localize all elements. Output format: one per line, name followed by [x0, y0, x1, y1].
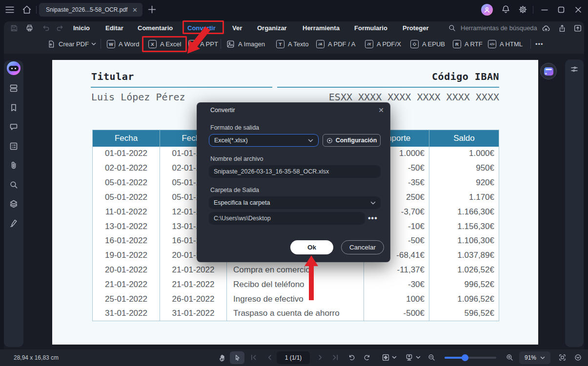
hand-tool-icon[interactable]: [218, 353, 227, 362]
table-cell: 596,52€: [429, 307, 499, 321]
table-cell: 19-01-2022: [93, 248, 160, 263]
table-cell: 11-01-2022: [93, 205, 160, 219]
rule-line: [91, 87, 272, 88]
table-cell: 26-01-2022: [160, 292, 227, 307]
undo-icon[interactable]: [42, 24, 50, 32]
convert-epub-button[interactable]: ◇A EPUB: [410, 34, 445, 54]
convert-rtf-button[interactable]: RA RTF: [453, 34, 483, 54]
format-label: Formato de salida: [210, 124, 259, 131]
new-tab-button[interactable]: [147, 5, 157, 14]
bookmark-icon[interactable]: [9, 103, 19, 113]
hamburger-menu-icon[interactable]: [5, 5, 15, 14]
zoom-out-icon[interactable]: [427, 353, 436, 362]
more-tools-button[interactable]: •••: [535, 34, 544, 54]
titular-value: Luis López Pérez: [91, 91, 185, 103]
convert-word-button[interactable]: WA Word: [107, 34, 139, 54]
signature-icon[interactable]: [9, 218, 19, 228]
share-icon[interactable]: [558, 24, 567, 33]
fit-page-icon[interactable]: [382, 353, 390, 362]
reading-mode-chevron-icon[interactable]: [416, 356, 421, 359]
convert-image-button[interactable]: A Imagen: [226, 34, 265, 54]
search-icon[interactable]: [448, 24, 456, 32]
dialog-close-icon[interactable]: ✕: [378, 106, 384, 114]
tab-close-icon[interactable]: ✕: [132, 6, 138, 14]
convert-texto-button[interactable]: TA Texto: [276, 34, 308, 54]
configuration-button[interactable]: Configuración: [323, 134, 381, 147]
annotation-box-a-excel: [142, 36, 187, 52]
table-cell: 1.156,30€: [429, 219, 499, 234]
table-cell: 01-01-2022: [93, 147, 160, 161]
close-window-button[interactable]: [573, 5, 584, 15]
convert-pdfx-button[interactable]: /XA PDF/X: [365, 34, 401, 54]
folder-select[interactable]: Especifica la carpeta: [209, 196, 381, 209]
layers-icon[interactable]: [9, 199, 19, 209]
cloud-upload-icon[interactable]: [542, 24, 550, 33]
menu-item-organizar[interactable]: Organizar: [257, 21, 287, 34]
properties-sliders-icon[interactable]: [569, 64, 579, 74]
toolbar-separator: [221, 39, 221, 49]
rotate-right-icon[interactable]: [363, 353, 371, 362]
form-field-icon[interactable]: [9, 141, 19, 151]
user-avatar[interactable]: [481, 4, 493, 16]
page-number-indicator[interactable]: 1 (1/1): [277, 351, 310, 364]
ai-assistant-icon[interactable]: [7, 61, 20, 75]
first-page-icon[interactable]: [250, 354, 257, 361]
table-cell: -500€: [364, 307, 429, 321]
browse-folder-button[interactable]: •••: [368, 212, 378, 225]
attachment-icon[interactable]: [9, 160, 19, 170]
filename-input[interactable]: Snipaste_2026-03-13_16-35-58_OCR.xlsx: [209, 165, 381, 178]
path-input[interactable]: C:\Users\ws\Desktop: [209, 212, 365, 225]
menu-item-editar[interactable]: Editar: [105, 21, 123, 34]
ok-button[interactable]: Ok: [290, 240, 333, 254]
document-tab[interactable]: Snipaste_2026...5-58_OCR.pdf ✕: [39, 3, 142, 17]
menu-item-herramienta[interactable]: Herramienta: [303, 21, 340, 34]
save-icon[interactable]: [10, 24, 18, 32]
create-pdf-button[interactable]: Crear PDF: [47, 34, 96, 54]
last-page-icon[interactable]: [332, 354, 339, 361]
zoom-level-label: 91%: [525, 354, 536, 361]
home-button[interactable]: [21, 4, 32, 15]
maximize-button[interactable]: [556, 5, 567, 15]
comment-icon[interactable]: [9, 122, 19, 132]
reading-mode-icon[interactable]: [405, 353, 413, 362]
table-cell: 20-01-2022: [93, 263, 160, 277]
menu-item-comentario[interactable]: Comentario: [138, 21, 173, 34]
print-icon[interactable]: [25, 24, 34, 32]
fit-page-chevron-icon[interactable]: [392, 356, 397, 359]
menu-item-ver[interactable]: Ver: [232, 21, 242, 34]
menu-item-formulario[interactable]: Formulario: [354, 21, 387, 34]
search-input[interactable]: Herramientas de búsqueda: [461, 24, 537, 32]
iban-value: ESXX XXXX XXXX XXXX XXXX XXXX: [329, 91, 499, 103]
page-thumbnails-icon[interactable]: [9, 83, 19, 93]
redo-icon[interactable]: [56, 24, 64, 32]
table-cell: 31-01-2022: [93, 307, 160, 321]
convert-pdfa-button[interactable]: /AA PDF / A: [316, 34, 355, 54]
table-row: 20-01-202221-01-2022Compra en comercio-1…: [93, 263, 499, 277]
menu-item-inicio[interactable]: Inicio: [73, 21, 90, 34]
settings-gear-icon[interactable]: [518, 4, 528, 15]
filename-value: Snipaste_2026-03-13_16-35-58_OCR.xlsx: [214, 168, 329, 175]
select-tool-button[interactable]: [230, 351, 244, 364]
zoom-in-icon[interactable]: [506, 353, 514, 362]
collapse-toolbar-icon[interactable]: [573, 24, 582, 33]
menu-item-proteger[interactable]: Proteger: [403, 21, 428, 34]
convert-html-button[interactable]: </>A HTML: [488, 34, 523, 54]
notifications-bell-icon[interactable]: [501, 4, 511, 15]
fullscreen-icon[interactable]: [558, 353, 567, 362]
convert-ppt-button[interactable]: PA PPT: [188, 34, 218, 54]
expand-statusbar-icon[interactable]: [574, 353, 582, 362]
ai-files-fab[interactable]: [540, 63, 557, 79]
cancel-button[interactable]: Cancelar: [341, 240, 384, 254]
rule-line: [277, 87, 499, 88]
zoom-slider-handle[interactable]: [462, 354, 468, 361]
format-select[interactable]: Excel(*.xlsx): [209, 134, 319, 147]
previous-page-icon[interactable]: [266, 354, 273, 361]
minimize-button[interactable]: [539, 5, 550, 15]
table-cell: -11,37€: [364, 263, 429, 277]
search-icon[interactable]: [9, 180, 19, 190]
rotate-left-icon[interactable]: [347, 353, 356, 362]
zoom-level-selector[interactable]: 91%: [519, 351, 550, 364]
table-cell: 1.037,89€: [429, 248, 499, 263]
path-value: C:\Users\ws\Desktop: [214, 215, 271, 222]
next-page-icon[interactable]: [317, 354, 324, 361]
